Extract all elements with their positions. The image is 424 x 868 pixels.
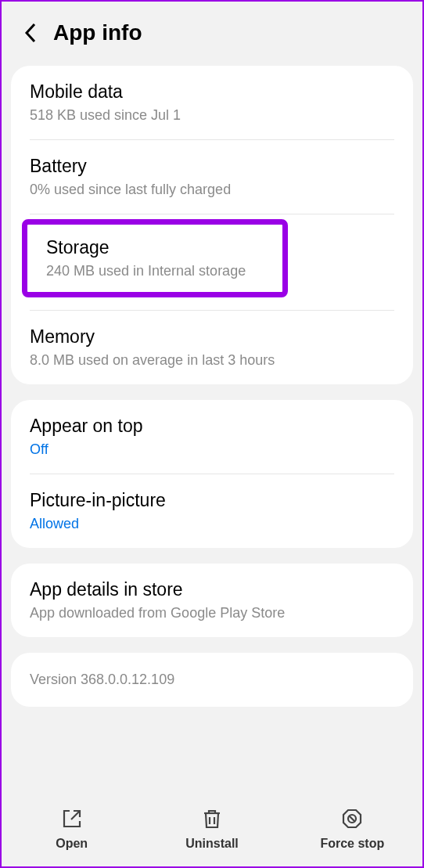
force-stop-button[interactable]: Force stop xyxy=(282,807,422,851)
open-label: Open xyxy=(56,837,88,851)
open-icon xyxy=(60,807,84,830)
store-card: App details in store App downloaded from… xyxy=(11,564,413,637)
appear-on-top-item[interactable]: Appear on top Off xyxy=(11,400,413,474)
mobile-data-title: Mobile data xyxy=(30,81,394,103)
version-card: Version 368.0.0.12.109 xyxy=(11,653,413,707)
stop-icon xyxy=(340,807,364,830)
pip-title: Picture-in-picture xyxy=(30,490,394,511)
battery-item[interactable]: Battery 0% used since last fully charged xyxy=(11,140,413,214)
open-button[interactable]: Open xyxy=(2,807,142,851)
version-text: Version 368.0.0.12.109 xyxy=(30,672,394,688)
app-details-sub: App downloaded from Google Play Store xyxy=(30,605,394,621)
storage-highlight: Storage 240 MB used in Internal storage xyxy=(22,219,288,297)
storage-sub: 240 MB used in Internal storage xyxy=(46,263,268,279)
uninstall-button[interactable]: Uninstall xyxy=(142,807,282,851)
storage-item[interactable]: Storage 240 MB used in Internal storage xyxy=(11,214,413,310)
mobile-data-item[interactable]: Mobile data 518 KB used since Jul 1 xyxy=(11,66,413,139)
back-icon[interactable] xyxy=(23,22,38,44)
uninstall-label: Uninstall xyxy=(185,837,239,851)
page-title: App info xyxy=(53,20,142,45)
battery-title: Battery xyxy=(30,156,394,177)
trash-icon xyxy=(200,807,224,830)
appear-on-top-status: Off xyxy=(30,441,394,458)
pip-status: Allowed xyxy=(30,516,394,532)
header: App info xyxy=(2,2,422,66)
app-details-title: App details in store xyxy=(30,579,394,600)
storage-title: Storage xyxy=(46,237,268,258)
bottom-bar: Open Uninstall Force stop xyxy=(2,796,422,866)
memory-title: Memory xyxy=(30,326,394,348)
battery-sub: 0% used since last fully charged xyxy=(30,182,394,198)
force-stop-label: Force stop xyxy=(320,837,384,851)
pip-item[interactable]: Picture-in-picture Allowed xyxy=(11,474,413,548)
memory-sub: 8.0 MB used on average in last 3 hours xyxy=(30,352,394,369)
permissions-card: Appear on top Off Picture-in-picture All… xyxy=(11,400,413,548)
usage-card: Mobile data 518 KB used since Jul 1 Batt… xyxy=(11,66,413,384)
appear-on-top-title: Appear on top xyxy=(30,416,394,437)
app-details-item[interactable]: App details in store App downloaded from… xyxy=(11,564,413,637)
memory-item[interactable]: Memory 8.0 MB used on average in last 3 … xyxy=(11,311,413,384)
mobile-data-sub: 518 KB used since Jul 1 xyxy=(30,107,394,124)
